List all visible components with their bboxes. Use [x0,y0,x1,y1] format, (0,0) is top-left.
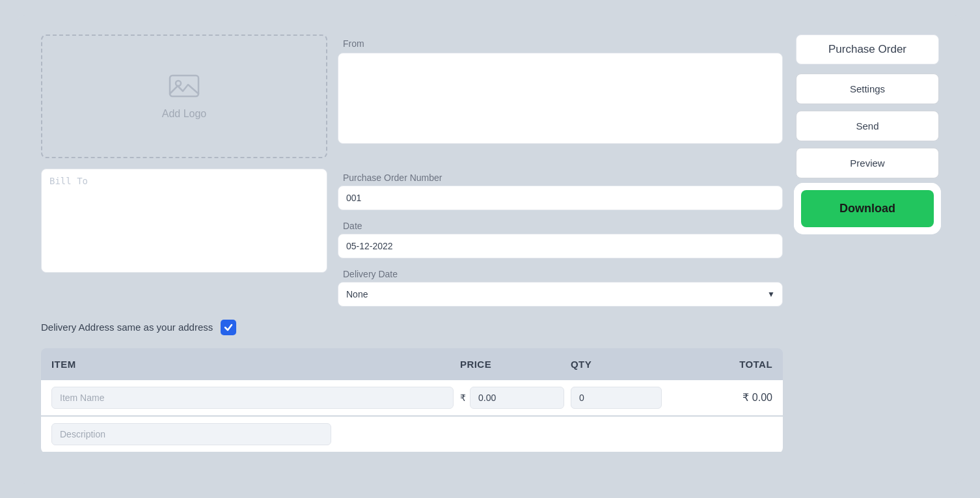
bill-to-section [41,169,327,307]
svg-rect-0 [170,76,198,96]
svg-point-1 [176,81,181,86]
main-content: Add Logo From Purchase Order Number Date [41,35,783,464]
download-button[interactable]: Download [801,190,934,227]
top-row: Add Logo From [41,35,783,158]
header-qty: QTY [571,359,662,370]
header-item: ITEM [51,359,454,370]
table-row: ₹ ₹ 0.00 [41,380,783,415]
date-group: Date [338,217,783,258]
total-symbol: ₹ [742,392,749,403]
delivery-date-select[interactable]: None Custom Date [338,282,783,307]
from-section: From [338,35,783,144]
po-number-label: Purchase Order Number [338,169,783,184]
items-table: ITEM PRICE QTY TOTAL ₹ ₹ 0.00 [41,348,783,453]
table-header: ITEM PRICE QTY TOTAL [41,348,783,380]
app-container: Add Logo From Purchase Order Number Date [15,15,965,484]
logo-label: Add Logo [162,108,207,120]
middle-row: Purchase Order Number Date Delivery Date… [41,169,783,307]
purchase-order-title: Purchase Order [796,35,939,64]
bill-to-textarea[interactable] [41,169,327,273]
total-cell: ₹ 0.00 [668,391,772,404]
header-total: TOTAL [668,359,772,370]
download-button-wrapper: Download [796,185,939,232]
description-row [41,417,783,452]
delivery-address-checkbox[interactable] [221,320,236,335]
delivery-address-label: Delivery Address same as your address [41,322,213,333]
from-label: From [338,35,783,50]
delivery-date-group: Delivery Date None Custom Date ▼ [338,265,783,307]
delivery-date-select-wrapper: None Custom Date ▼ [338,282,783,307]
item-name-input[interactable] [51,387,454,409]
description-input[interactable] [51,423,331,445]
logo-upload-area[interactable]: Add Logo [41,35,327,158]
delivery-address-row: Delivery Address same as your address [41,317,783,338]
preview-button[interactable]: Preview [796,148,939,178]
date-label: Date [338,217,783,232]
send-button[interactable]: Send [796,111,939,141]
image-icon [169,73,200,102]
qty-input[interactable] [571,387,662,409]
total-value: 0.00 [752,392,772,403]
delivery-date-label: Delivery Date [338,265,783,281]
header-price: PRICE [460,359,564,370]
price-cell: ₹ [460,387,564,409]
sidebar: Purchase Order Settings Send Preview Dow… [796,35,939,464]
po-number-group: Purchase Order Number [338,169,783,210]
right-fields: Purchase Order Number Date Delivery Date… [338,169,783,307]
date-input[interactable] [338,234,783,258]
from-textarea[interactable] [338,53,783,144]
po-number-input[interactable] [338,186,783,210]
price-currency-symbol: ₹ [460,393,466,403]
settings-button[interactable]: Settings [796,74,939,104]
price-input[interactable] [470,387,564,409]
